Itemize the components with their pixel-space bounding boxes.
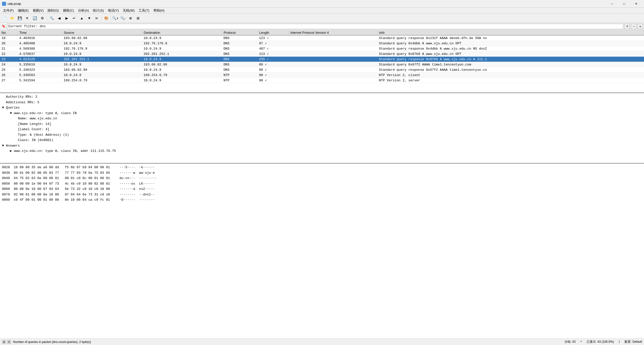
toolbar-back[interactable]: ◀ <box>56 15 63 22</box>
table-row[interactable]: 24 5.335616 10.0.24.9 183.60.82.98 DNS 8… <box>0 62 644 67</box>
window-title: udp.pcap <box>8 2 21 6</box>
cell-no: 24 <box>0 62 18 67</box>
cell-ipv4 <box>289 73 377 78</box>
filter-add[interactable]: + <box>637 24 643 29</box>
toolbar-open[interactable]: 📁 <box>9 15 16 22</box>
cell-len: 123 ✓ <box>258 35 289 41</box>
cell-ipv4 <box>289 35 377 41</box>
minimize-button[interactable]: ─ <box>606 0 618 8</box>
cell-time: 5.335616 <box>18 62 62 67</box>
hex-bytes: 64 75 02 63 6e 00 00 01 00 01 c0 0c 00 0… <box>14 176 119 181</box>
menu-analyze[interactable]: 分析(A) <box>76 8 91 14</box>
status-displayed: 已显示: 43 (100.0%) <box>587 340 614 344</box>
detail-answers-section[interactable]: ▼ Answers <box>0 143 644 149</box>
cell-proto: DNS <box>222 46 258 51</box>
col-protocol[interactable]: Protocol <box>222 30 258 35</box>
table-row[interactable]: 21 4.569388 192.76.176.9 10.0.24.9 DNS 4… <box>0 46 644 51</box>
detail-queries-section[interactable]: ▼ Queries <box>0 105 644 111</box>
hex-ascii: ······os LK······ <box>119 181 155 186</box>
hex-line: 0080 c0 4f 00 01 00 01 00 00 0e 10 00 04… <box>0 197 644 203</box>
toolbar-colorize[interactable]: 🎨 <box>103 15 110 22</box>
toolbar-zoom-in[interactable]: 🔍+ <box>112 15 119 22</box>
menu-go[interactable]: 跳转(G) <box>46 8 61 14</box>
menu-edit[interactable]: 编辑(E) <box>16 8 31 14</box>
menu-wireless[interactable]: 无线(W) <box>121 8 137 14</box>
table-row[interactable]: 20 4.405400 10.0.24.9 192.76.176.9 DNS 9… <box>0 41 644 46</box>
toolbar-goto[interactable]: ↵ <box>71 15 78 22</box>
status-icon-2[interactable]: ≡ <box>7 340 11 344</box>
cell-len: 90 ✓ <box>258 78 289 83</box>
filter-input[interactable] <box>7 24 623 29</box>
toolbar-find[interactable]: 🔍 <box>48 15 55 22</box>
hex-line: 0070 02 00 01 00 00 0e 10 00 07 04 64 6e… <box>0 192 644 197</box>
hex-ascii: ·······w ww·xju·e <box>119 170 155 176</box>
toolbar-forward[interactable]: ▶ <box>63 15 70 22</box>
menu-file[interactable]: 文件(F) <box>1 8 16 14</box>
cell-ipv4 <box>289 41 377 46</box>
hex-bytes: 18 09 00 35 de a6 00 dd f5 6b 07 b9 84 0… <box>14 165 119 170</box>
title-bar: udp.pcap ─ □ ✕ <box>0 0 644 8</box>
cell-no: 27 <box>0 78 18 83</box>
close-button[interactable]: ✕ <box>630 0 642 8</box>
table-row[interactable]: 22 4.570637 10.0.24.9 202.201.252.1 DNS … <box>0 51 644 57</box>
status-icon-1[interactable]: ● <box>2 340 6 344</box>
col-ipv4[interactable]: Internet Protocol Version 4 <box>289 30 377 35</box>
hex-dump[interactable]: 0020 18 09 00 35 de a6 00 dd f5 6b 07 b9… <box>0 164 644 338</box>
table-row[interactable]: 19 4.404916 183.60.82.98 10.0.24.9 DNS 1… <box>0 35 644 41</box>
toolbar-resize[interactable]: ⊞ <box>135 15 142 22</box>
menu-tools[interactable]: 工具(T) <box>137 8 151 14</box>
toolbar-prev[interactable]: ▲ <box>78 15 85 22</box>
hex-offset: 0020 <box>2 165 14 170</box>
hex-bytes: 02 00 01 00 00 0e 10 00 07 04 64 6e 73 3… <box>14 192 119 197</box>
menu-capture[interactable]: 捕获(C) <box>61 8 76 14</box>
menu-help[interactable]: 帮助(H) <box>151 8 167 14</box>
menu-view[interactable]: 视图(V) <box>31 8 46 14</box>
detail-query-entry[interactable]: ▼ www.xju.edu.cn: type A, class IN <box>0 111 644 116</box>
cell-time: 5.336563 <box>18 73 62 78</box>
col-time[interactable]: Time <box>18 30 62 35</box>
cell-ipv4 <box>289 62 377 67</box>
toolbar-sep-3 <box>111 16 111 21</box>
filter-apply[interactable]: → <box>631 24 636 29</box>
maximize-button[interactable]: □ <box>618 0 630 8</box>
hex-offset: 0050 <box>2 181 14 186</box>
toolbar-first[interactable]: ⊳ <box>93 15 100 22</box>
toolbar-new[interactable]: 📄 <box>1 15 8 22</box>
filter-clear[interactable]: ✕ <box>624 24 630 29</box>
toolbar-save[interactable]: 💾 <box>16 15 23 22</box>
col-no[interactable]: No. <box>0 30 18 35</box>
col-length[interactable]: Length <box>258 30 289 35</box>
toolbar-zoom-out[interactable]: 🔍- <box>119 15 127 22</box>
col-info[interactable]: Info <box>377 30 644 35</box>
cell-dest: 10.0.24.9 <box>142 46 222 51</box>
menu-stats[interactable]: 统计(S) <box>91 8 106 14</box>
status-bar: ● ≡ Number of queries in packet (dns.cou… <box>0 338 644 345</box>
status-config: 配置: Default <box>625 340 642 344</box>
col-destination[interactable]: Destination <box>142 30 222 35</box>
table-row[interactable]: 23 4.624128 202.201.252.1 10.0.24.9 DNS … <box>0 57 644 62</box>
cell-len: 113 ✓ <box>258 51 289 57</box>
toolbar-zoom-reset[interactable]: ⊕ <box>127 15 134 22</box>
table-row[interactable]: 25 5.336323 183.60.82.98 10.0.24.9 DNS 8… <box>0 67 644 73</box>
packet-detail[interactable]: Authority RRs: 2 Additional RRs: 5 ▼ Que… <box>0 93 644 164</box>
toolbar-close[interactable]: ✕ <box>24 15 31 22</box>
hex-ascii: ········ ··dns1·· <box>119 192 155 197</box>
hex-line: 0050 00 00 00 1e 00 04 6f 73 4c 4b c0 10… <box>0 181 644 187</box>
detail-answer-entry[interactable]: ▶ www.xju.edu.cn: type A, class IN, addr… <box>0 148 644 154</box>
table-row[interactable]: 27 5.341594 169.254.0.79 10.0.24.9 NTP 9… <box>0 78 644 83</box>
toolbar-next[interactable]: ▼ <box>86 15 93 22</box>
hex-offset: 0080 <box>2 197 14 202</box>
table-row[interactable]: 26 5.336563 10.0.24.9 169.254.0.79 NTP 9… <box>0 73 644 78</box>
cell-source: 192.76.176.9 <box>62 46 142 51</box>
toolbar-reload[interactable]: 🔄 <box>31 15 38 22</box>
window-controls: ─ □ ✕ <box>606 0 642 8</box>
cell-source: 10.0.24.9 <box>62 51 142 57</box>
cell-source: 183.60.82.98 <box>62 35 142 41</box>
col-source[interactable]: Source <box>62 30 142 35</box>
cell-info: NTP Version 2, client <box>377 73 644 78</box>
detail-label-count: [Label Count: 4] <box>0 127 644 132</box>
packet-list[interactable]: No. Time Source Destination Protocol Len… <box>0 30 644 93</box>
toolbar-capture-options[interactable]: ⚙ <box>39 15 46 22</box>
cell-info: Standard query 0x4dbb A www.xju.edu.cn O… <box>377 41 644 46</box>
menu-phone[interactable]: 电话(Y) <box>106 8 121 14</box>
